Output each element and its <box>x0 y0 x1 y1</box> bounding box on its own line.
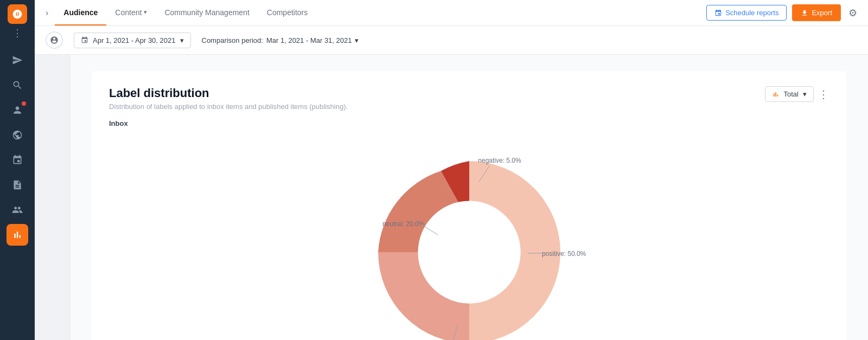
schedule-reports-button[interactable]: Schedule reports <box>706 5 787 21</box>
donut-chart: negative: 5.0% neutral: 20.0% positive: … <box>355 138 583 340</box>
calendar-icon <box>81 36 88 44</box>
tab-content[interactable]: Content ▾ <box>106 0 156 25</box>
sidebar-item-contacts[interactable] <box>7 99 28 121</box>
avatar-button[interactable] <box>46 31 63 49</box>
date-range-label: Apr 1, 2021 - Apr 30, 2021 <box>93 36 176 44</box>
settings-icon[interactable]: ⚙ <box>848 7 857 19</box>
nav-actions: Schedule reports Export ⚙ <box>706 4 857 21</box>
sidebar-item-search[interactable] <box>7 74 28 96</box>
avatar-icon <box>50 36 59 44</box>
top-navigation: › Audience Content ▾ Community Managemen… <box>35 0 868 26</box>
schedule-icon <box>714 9 722 17</box>
left-panel-strip <box>35 55 70 340</box>
date-range-picker[interactable]: Apr 1, 2021 - Apr 30, 2021 ▾ <box>74 33 191 48</box>
sidebar-item-users[interactable] <box>7 199 28 221</box>
tab-community-label: Community Management <box>164 8 249 17</box>
tab-competitors-label: Competitors <box>267 8 308 17</box>
chart-controls: Total ▾ ⋮ <box>765 86 829 102</box>
bar-chart-icon <box>772 91 780 98</box>
comparison-chevron-icon: ▾ <box>355 36 359 44</box>
contacts-badge <box>22 101 26 106</box>
date-chevron-icon: ▾ <box>180 36 184 44</box>
chart-section-label: Inbox <box>109 119 829 127</box>
main-area: › Audience Content ▾ Community Managemen… <box>35 0 868 340</box>
nav-tabs: Audience Content ▾ Community Management … <box>55 0 706 25</box>
secondary-bar: Apr 1, 2021 - Apr 30, 2021 ▾ Comparison … <box>35 26 868 55</box>
tab-audience[interactable]: Audience <box>55 0 106 25</box>
label-distribution-card: Label distribution Distribution of label… <box>92 71 846 340</box>
nav-back-button[interactable]: › <box>46 8 48 18</box>
export-btn-label: Export <box>812 9 832 17</box>
tab-audience-label: Audience <box>63 8 98 17</box>
chart-header: Label distribution Distribution of label… <box>109 86 829 111</box>
content-chevron-icon: ▾ <box>144 9 147 16</box>
sidebar-item-plane[interactable] <box>7 49 28 71</box>
comparison-period[interactable]: Comparison period: Mar 1, 2021 - Mar 31,… <box>202 36 359 44</box>
chart-view-dropdown[interactable]: Total ▾ <box>765 86 814 102</box>
export-button[interactable]: Export <box>792 4 841 21</box>
sidebar-item-social[interactable] <box>7 124 28 146</box>
donut-center <box>418 201 520 304</box>
annotation-positive: positive: 50.0% <box>542 250 586 258</box>
schedule-btn-label: Schedule reports <box>725 9 778 17</box>
comparison-range: Mar 1, 2021 - Mar 31, 2021 <box>266 36 352 44</box>
annotation-neutral: neutral: 20.0% <box>382 220 424 228</box>
export-icon <box>801 9 808 17</box>
chart-subtitle: Distribution of labels applied to inbox … <box>109 102 348 111</box>
main-content: Label distribution Distribution of label… <box>70 55 868 340</box>
tab-community[interactable]: Community Management <box>156 0 258 25</box>
sidebar-item-analytics[interactable] <box>7 224 28 246</box>
tab-competitors[interactable]: Competitors <box>258 0 316 25</box>
logo[interactable] <box>8 4 27 24</box>
chart-more-options[interactable]: ⋮ <box>818 88 829 101</box>
annotation-negative: negative: 5.0% <box>478 157 521 164</box>
chart-title-area: Label distribution Distribution of label… <box>109 86 348 111</box>
sidebar-item-reports[interactable] <box>7 174 28 196</box>
sidebar: ⋮ <box>0 0 35 340</box>
chart-dropdown-label: Total <box>784 90 799 98</box>
comparison-label: Comparison period: <box>202 36 263 44</box>
sidebar-item-calendar[interactable] <box>7 149 28 171</box>
tab-content-label: Content <box>115 8 142 17</box>
chart-title: Label distribution <box>109 86 348 100</box>
donut-svg <box>355 138 583 340</box>
dots-menu-icon[interactable]: ⋮ <box>12 27 22 39</box>
dropdown-chevron-icon: ▾ <box>803 90 807 98</box>
